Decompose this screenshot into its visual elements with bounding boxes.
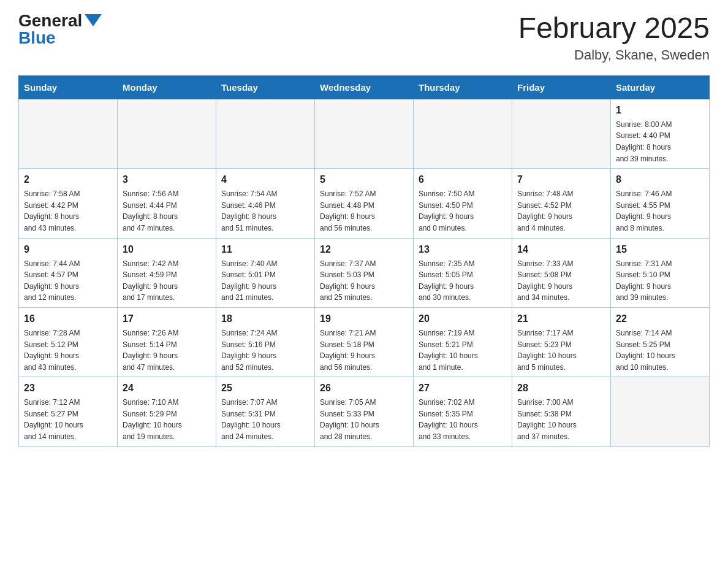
- calendar-cell: 23Sunrise: 7:12 AMSunset: 5:27 PMDayligh…: [19, 377, 118, 446]
- day-info: Sunrise: 7:14 AMSunset: 5:25 PMDaylight:…: [616, 327, 704, 373]
- calendar-cell: 18Sunrise: 7:24 AMSunset: 5:16 PMDayligh…: [216, 307, 315, 377]
- day-info: Sunrise: 7:28 AMSunset: 5:12 PMDaylight:…: [24, 327, 112, 373]
- day-number: 26: [320, 381, 408, 396]
- day-number: 5: [320, 172, 408, 187]
- calendar-cell: 26Sunrise: 7:05 AMSunset: 5:33 PMDayligh…: [315, 377, 414, 446]
- day-number: 22: [616, 312, 704, 326]
- day-number: 9: [24, 242, 112, 257]
- calendar-cell: 20Sunrise: 7:19 AMSunset: 5:21 PMDayligh…: [414, 307, 512, 377]
- logo-blue: Blue: [18, 29, 56, 47]
- page-header: General Blue February 2025 Dalby, Skane,…: [18, 12, 710, 63]
- day-number: 19: [320, 312, 408, 326]
- day-info: Sunrise: 7:07 AMSunset: 5:31 PMDaylight:…: [221, 397, 309, 442]
- calendar-cell: 7Sunrise: 7:48 AMSunset: 4:52 PMDaylight…: [512, 169, 611, 238]
- calendar-week-row: 16Sunrise: 7:28 AMSunset: 5:12 PMDayligh…: [19, 307, 710, 377]
- calendar-cell: 1Sunrise: 8:00 AMSunset: 4:40 PMDaylight…: [611, 99, 710, 168]
- calendar-cell: 24Sunrise: 7:10 AMSunset: 5:29 PMDayligh…: [118, 377, 216, 446]
- calendar-cell: 25Sunrise: 7:07 AMSunset: 5:31 PMDayligh…: [216, 377, 315, 446]
- logo-triangle-icon: [85, 14, 102, 26]
- calendar-table: SundayMondayTuesdayWednesdayThursdayFrid…: [18, 75, 710, 447]
- day-number: 4: [221, 172, 309, 187]
- month-title: February 2025: [518, 12, 710, 45]
- calendar-cell: [512, 99, 611, 168]
- calendar-cell: 14Sunrise: 7:33 AMSunset: 5:08 PMDayligh…: [512, 238, 611, 307]
- day-info: Sunrise: 7:58 AMSunset: 4:42 PMDaylight:…: [24, 188, 112, 234]
- day-info: Sunrise: 7:52 AMSunset: 4:48 PMDaylight:…: [320, 188, 408, 234]
- calendar-week-row: 1Sunrise: 8:00 AMSunset: 4:40 PMDaylight…: [19, 99, 710, 168]
- day-number: 25: [221, 381, 309, 396]
- day-number: 21: [517, 312, 605, 326]
- calendar-cell: 22Sunrise: 7:14 AMSunset: 5:25 PMDayligh…: [611, 307, 710, 377]
- calendar-cell: 9Sunrise: 7:44 AMSunset: 4:57 PMDaylight…: [19, 238, 118, 307]
- day-number: 14: [517, 242, 605, 257]
- day-number: 8: [616, 172, 704, 187]
- day-number: 16: [24, 312, 112, 326]
- day-info: Sunrise: 7:37 AMSunset: 5:03 PMDaylight:…: [320, 258, 408, 304]
- day-info: Sunrise: 7:46 AMSunset: 4:55 PMDaylight:…: [616, 188, 704, 234]
- day-number: 23: [24, 381, 112, 396]
- day-number: 15: [616, 242, 704, 257]
- day-info: Sunrise: 7:54 AMSunset: 4:46 PMDaylight:…: [221, 188, 309, 234]
- day-number: 6: [419, 172, 507, 187]
- calendar-week-row: 23Sunrise: 7:12 AMSunset: 5:27 PMDayligh…: [19, 377, 710, 446]
- calendar-cell: 19Sunrise: 7:21 AMSunset: 5:18 PMDayligh…: [315, 307, 414, 377]
- day-number: 7: [517, 172, 605, 187]
- day-header-wednesday: Wednesday: [315, 75, 414, 99]
- calendar-cell: 6Sunrise: 7:50 AMSunset: 4:50 PMDaylight…: [414, 169, 512, 238]
- calendar-header-row: SundayMondayTuesdayWednesdayThursdayFrid…: [19, 75, 710, 99]
- logo: General Blue: [18, 12, 102, 47]
- day-info: Sunrise: 8:00 AMSunset: 4:40 PMDaylight:…: [616, 119, 704, 164]
- day-info: Sunrise: 7:24 AMSunset: 5:16 PMDaylight:…: [221, 327, 309, 373]
- day-info: Sunrise: 7:21 AMSunset: 5:18 PMDaylight:…: [320, 327, 408, 373]
- calendar-cell: 17Sunrise: 7:26 AMSunset: 5:14 PMDayligh…: [118, 307, 216, 377]
- day-number: 3: [123, 172, 211, 187]
- calendar-cell: 2Sunrise: 7:58 AMSunset: 4:42 PMDaylight…: [19, 169, 118, 238]
- calendar-cell: 15Sunrise: 7:31 AMSunset: 5:10 PMDayligh…: [611, 238, 710, 307]
- day-info: Sunrise: 7:42 AMSunset: 4:59 PMDaylight:…: [123, 258, 211, 304]
- day-info: Sunrise: 7:10 AMSunset: 5:29 PMDaylight:…: [123, 397, 211, 442]
- day-number: 18: [221, 312, 309, 326]
- day-info: Sunrise: 7:31 AMSunset: 5:10 PMDaylight:…: [616, 258, 704, 304]
- calendar-cell: [414, 99, 512, 168]
- calendar-cell: 3Sunrise: 7:56 AMSunset: 4:44 PMDaylight…: [118, 169, 216, 238]
- calendar-cell: 8Sunrise: 7:46 AMSunset: 4:55 PMDaylight…: [611, 169, 710, 238]
- day-info: Sunrise: 7:00 AMSunset: 5:38 PMDaylight:…: [517, 397, 605, 442]
- day-info: Sunrise: 7:44 AMSunset: 4:57 PMDaylight:…: [24, 258, 112, 304]
- day-info: Sunrise: 7:40 AMSunset: 5:01 PMDaylight:…: [221, 258, 309, 304]
- day-number: 27: [419, 381, 507, 396]
- calendar-cell: 21Sunrise: 7:17 AMSunset: 5:23 PMDayligh…: [512, 307, 611, 377]
- calendar-cell: 28Sunrise: 7:00 AMSunset: 5:38 PMDayligh…: [512, 377, 611, 446]
- calendar-cell: 27Sunrise: 7:02 AMSunset: 5:35 PMDayligh…: [414, 377, 512, 446]
- day-info: Sunrise: 7:17 AMSunset: 5:23 PMDaylight:…: [517, 327, 605, 373]
- day-info: Sunrise: 7:12 AMSunset: 5:27 PMDaylight:…: [24, 397, 112, 442]
- location-title: Dalby, Skane, Sweden: [518, 47, 710, 63]
- calendar-cell: 12Sunrise: 7:37 AMSunset: 5:03 PMDayligh…: [315, 238, 414, 307]
- day-number: 11: [221, 242, 309, 257]
- day-header-sunday: Sunday: [19, 75, 118, 99]
- day-number: 1: [616, 103, 704, 118]
- day-number: 13: [419, 242, 507, 257]
- day-info: Sunrise: 7:02 AMSunset: 5:35 PMDaylight:…: [419, 397, 507, 442]
- day-info: Sunrise: 7:26 AMSunset: 5:14 PMDaylight:…: [123, 327, 211, 373]
- day-header-thursday: Thursday: [414, 75, 512, 99]
- day-number: 24: [123, 381, 211, 396]
- calendar-cell: 16Sunrise: 7:28 AMSunset: 5:12 PMDayligh…: [19, 307, 118, 377]
- calendar-cell: [315, 99, 414, 168]
- day-number: 2: [24, 172, 112, 187]
- calendar-cell: 11Sunrise: 7:40 AMSunset: 5:01 PMDayligh…: [216, 238, 315, 307]
- calendar-cell: [118, 99, 216, 168]
- day-number: 28: [517, 381, 605, 396]
- day-info: Sunrise: 7:05 AMSunset: 5:33 PMDaylight:…: [320, 397, 408, 442]
- day-info: Sunrise: 7:33 AMSunset: 5:08 PMDaylight:…: [517, 258, 605, 304]
- calendar-cell: [611, 377, 710, 446]
- day-header-friday: Friday: [512, 75, 611, 99]
- calendar-cell: [216, 99, 315, 168]
- day-header-saturday: Saturday: [611, 75, 710, 99]
- day-info: Sunrise: 7:56 AMSunset: 4:44 PMDaylight:…: [123, 188, 211, 234]
- calendar-cell: 10Sunrise: 7:42 AMSunset: 4:59 PMDayligh…: [118, 238, 216, 307]
- logo-general: General: [18, 12, 82, 29]
- day-info: Sunrise: 7:35 AMSunset: 5:05 PMDaylight:…: [419, 258, 507, 304]
- day-info: Sunrise: 7:48 AMSunset: 4:52 PMDaylight:…: [517, 188, 605, 234]
- title-block: February 2025 Dalby, Skane, Sweden: [518, 12, 710, 63]
- day-info: Sunrise: 7:19 AMSunset: 5:21 PMDaylight:…: [419, 327, 507, 373]
